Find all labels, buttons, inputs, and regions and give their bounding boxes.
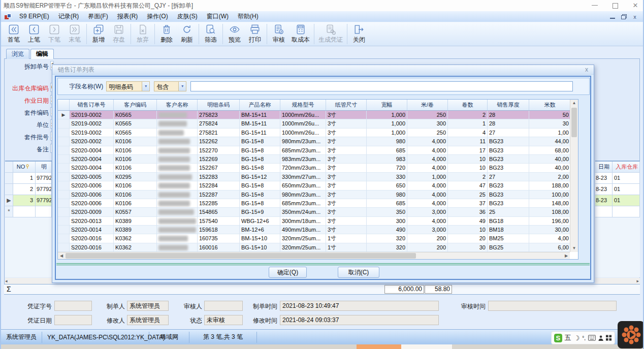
detail-column-header[interactable]: 明 bbox=[36, 162, 52, 173]
voucher-no-field[interactable] bbox=[54, 301, 92, 311]
order-row[interactable]: S2020-0002K0106152262BG-15+8980mm/23um..… bbox=[58, 137, 578, 146]
detail-row[interactable]: 8-2301 bbox=[595, 184, 640, 195]
row-selector[interactable] bbox=[58, 208, 70, 216]
ok-button[interactable]: 确定(Q) bbox=[269, 267, 307, 278]
order-row[interactable]: S2020-0013K0389157540WBG-12+6300mm/18um.… bbox=[58, 217, 578, 226]
order-row[interactable]: S2019-0002K0565275821BG-15+111000mm/26u.… bbox=[58, 129, 578, 137]
order-row[interactable]: ▶S2019-0002K0565275823BM-15+111000mm/26u… bbox=[58, 111, 578, 119]
close-form-button[interactable]: 关闭 bbox=[349, 23, 369, 45]
order-row[interactable]: S2020-0004K0106152269BG-15+8983mm/23um..… bbox=[58, 155, 578, 164]
detail-row[interactable]: 297792 bbox=[5, 184, 52, 195]
refresh-button[interactable]: 刷新 bbox=[177, 23, 197, 45]
first-record-button[interactable]: 首笔 bbox=[4, 23, 24, 45]
column-header-code[interactable]: 明细条码 bbox=[198, 100, 240, 110]
filter-button[interactable]: 筛选 bbox=[201, 23, 221, 45]
row-selector[interactable] bbox=[58, 243, 70, 252]
filter-operator-select[interactable]: 包含 ▾ bbox=[154, 81, 186, 91]
sogou-ime-icon[interactable]: S bbox=[554, 334, 562, 342]
toolbox-grid-icon[interactable] bbox=[606, 335, 612, 341]
dialog-titlebar[interactable]: 销售订单列表 x bbox=[52, 65, 594, 75]
menu-help[interactable]: 帮助(H) bbox=[233, 11, 263, 22]
row-selector[interactable] bbox=[58, 199, 70, 208]
menu-operation[interactable]: 操作(O) bbox=[142, 11, 172, 22]
date-column-header[interactable]: 日期 bbox=[595, 162, 613, 173]
row-selector[interactable] bbox=[58, 173, 70, 181]
order-row[interactable]: S2020-0004K0106152267BG-15+8720mm/23um..… bbox=[58, 164, 578, 172]
menu-report[interactable]: 报表(R) bbox=[113, 11, 143, 22]
wubi-mode-icon[interactable]: 五 bbox=[565, 333, 571, 342]
order-row[interactable]: S2020-0006K0106152284BG-15+8650mm/23um..… bbox=[58, 181, 578, 190]
row-selector[interactable] bbox=[58, 155, 70, 164]
tab-browse[interactable]: 浏览 bbox=[6, 49, 29, 59]
menu-record[interactable]: 记录(R) bbox=[54, 11, 84, 22]
detail-row-selected[interactable]: 8-2301 bbox=[595, 195, 640, 206]
cancel-button[interactable]: 取消(C) bbox=[338, 267, 379, 278]
column-header-mpr[interactable]: 米/卷 bbox=[407, 100, 448, 110]
in-warehouse-column-header[interactable]: 入库仓库 bbox=[613, 162, 640, 173]
scroll-right-icon[interactable]: ▶ bbox=[563, 252, 570, 259]
order-row[interactable]: S2020-0004K0106152270BG-15+8685mm/23um..… bbox=[58, 146, 578, 155]
row-selector[interactable] bbox=[58, 226, 70, 234]
column-header-order[interactable]: 销售订单号 bbox=[70, 100, 114, 110]
add-button[interactable]: 新增 bbox=[88, 23, 109, 45]
vertical-scrollbar[interactable]: ▲ ▼ bbox=[570, 100, 578, 252]
detail-row-selected[interactable]: ▶397792 bbox=[5, 195, 52, 206]
row-selector[interactable] bbox=[58, 164, 70, 172]
column-header-rolls[interactable]: 卷数 bbox=[448, 100, 488, 110]
dialog-close-icon[interactable]: x bbox=[583, 66, 590, 73]
order-row[interactable]: S2020-0016K0362160735BM-15+10320mm/25um.… bbox=[58, 234, 578, 243]
taskbar-active-app[interactable] bbox=[357, 344, 401, 349]
scroll-up-icon[interactable]: ▲ bbox=[570, 100, 578, 107]
order-row[interactable]: S2020-0005K0295152283BG-15+12330mm/27um.… bbox=[58, 173, 578, 181]
row-selector[interactable] bbox=[58, 146, 70, 155]
tab-edit[interactable]: 编辑 bbox=[30, 49, 54, 59]
order-row[interactable]: S2020-0006K0106152285BG-15+8685mm/23um..… bbox=[58, 199, 578, 208]
preview-button[interactable]: 预览 bbox=[224, 23, 245, 45]
horizontal-scrollbar[interactable]: ◀ ▶ bbox=[58, 252, 570, 259]
column-header-width[interactable]: 宽幅 bbox=[367, 100, 407, 110]
order-row[interactable]: S2020-0006K0106152287BG-15+8980mm/23um..… bbox=[58, 191, 578, 199]
row-selector[interactable] bbox=[58, 129, 70, 137]
keyboard-icon[interactable] bbox=[588, 335, 596, 341]
order-row[interactable]: S2020-0016K0362160016BG-15+10320mm/25um.… bbox=[58, 243, 578, 252]
vscroll-thumb[interactable] bbox=[571, 108, 577, 137]
column-header-prod[interactable]: 产品名称 bbox=[240, 100, 280, 110]
get-cost-button[interactable]: 取成本 bbox=[289, 23, 312, 45]
prev-record-button[interactable]: 上笔 bbox=[24, 23, 44, 45]
row-selector[interactable]: ▶ bbox=[58, 111, 70, 119]
minimize-icon[interactable] bbox=[591, 2, 598, 9]
row-selector[interactable] bbox=[58, 191, 70, 199]
person-icon[interactable] bbox=[598, 335, 603, 341]
mdi-minimize-icon[interactable] bbox=[609, 14, 616, 20]
column-header-blur[interactable]: 客户名称 bbox=[157, 100, 198, 110]
detail-row[interactable]: 197792 bbox=[5, 173, 52, 184]
voucher-date-field[interactable] bbox=[54, 315, 92, 325]
floating-app-logo[interactable] bbox=[618, 321, 644, 348]
delete-button[interactable]: 删除 bbox=[156, 23, 177, 45]
row-selector[interactable] bbox=[58, 234, 70, 243]
detail-row[interactable]: 8-2301 bbox=[595, 173, 640, 184]
menu-skin[interactable]: 皮肤(S) bbox=[173, 11, 202, 22]
column-header-spec[interactable]: 规格型号 bbox=[280, 100, 326, 110]
filter-value-input[interactable] bbox=[190, 81, 573, 91]
mdi-close-icon[interactable]: x bbox=[632, 14, 638, 20]
row-selector[interactable] bbox=[58, 217, 70, 226]
no-column-header[interactable]: NO bbox=[13, 162, 36, 173]
menu-interface[interactable]: 界面(F) bbox=[83, 11, 112, 22]
column-header-thick[interactable]: 销售厚度 bbox=[488, 100, 529, 110]
row-selector[interactable] bbox=[58, 181, 70, 190]
detail-row-new[interactable]: * bbox=[5, 206, 52, 217]
filter-field-select[interactable]: 明细条码 ▾ bbox=[106, 81, 150, 91]
maximize-icon[interactable] bbox=[611, 2, 619, 9]
punctuation-icon[interactable]: °, bbox=[582, 335, 586, 341]
hscroll-thumb[interactable] bbox=[66, 253, 416, 259]
grid-hscrollbar-left[interactable]: ◂ bbox=[5, 278, 52, 284]
order-row[interactable]: S2019-0002K0565275824BM-15+111000mm/26u.… bbox=[58, 119, 578, 128]
grid-hscrollbar-right[interactable]: ▸ bbox=[595, 278, 640, 284]
close-icon[interactable]: ✕ bbox=[632, 2, 639, 9]
column-header-meters[interactable]: 米数 bbox=[529, 100, 571, 110]
menu-window[interactable]: 窗口(W) bbox=[202, 11, 233, 22]
row-selector[interactable] bbox=[58, 137, 70, 146]
order-row[interactable]: S2020-0009K0557154865BG-15+9350mm/24um..… bbox=[58, 208, 578, 216]
menu-s9erp[interactable]: S9 ERP(E) bbox=[15, 11, 54, 22]
